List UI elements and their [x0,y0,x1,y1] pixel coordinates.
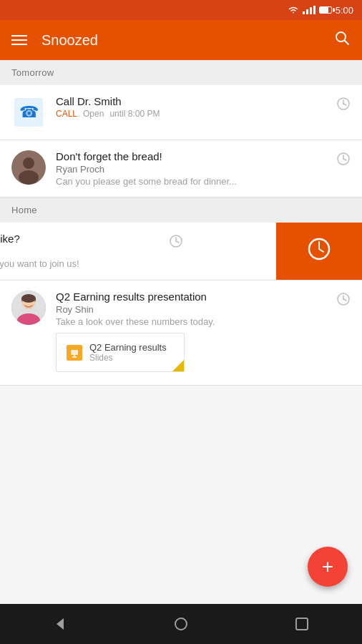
battery-icon [319,6,332,14]
hike-clock-icon [169,234,183,252]
q2-sender: Roy Shin [56,304,331,315]
app-bar: Snoozed [0,20,362,60]
svg-line-18 [176,241,179,243]
svg-rect-30 [71,350,78,355]
nav-home-button[interactable] [173,616,189,632]
svg-marker-33 [57,618,64,630]
nav-bar [0,604,362,644]
search-button[interactable] [333,29,351,51]
q2-body: Take a look over these numbers today. [56,316,331,327]
hike-body: happy to see that you want to join us! [0,258,265,269]
hike-item-container[interactable]: e you up for a hike? x Gawley happy to s… [0,223,362,280]
app-title: Snoozed [41,32,333,49]
svg-line-6 [343,104,346,105]
bread-body: Can you please get some bread for dinner… [56,176,331,187]
slides-icon [67,345,82,361]
nav-recent-button[interactable] [294,616,310,632]
attachment-fold [172,360,184,371]
attachment-type: Slides [89,353,167,363]
svg-point-24 [21,294,36,303]
q2-content: Q2 Earning results presentation Roy Shin… [56,291,331,327]
swipe-clock-icon [306,236,332,267]
bread-title: Don't forget the bread! [56,150,331,162]
menu-button[interactable] [11,35,27,45]
q2-item[interactable]: Q2 Earning results presentation Roy Shin… [0,280,362,386]
nav-back-button[interactable] [52,616,68,632]
wifi-icon [288,6,299,14]
call-icon: ☎ [11,95,46,130]
attachment-card[interactable]: Q2 Earning results Slides [56,333,185,372]
section-tomorrow: Tomorrow [0,60,362,85]
hike-item[interactable]: e you up for a hike? x Gawley happy to s… [0,223,276,280]
svg-point-8 [23,157,34,169]
hike-content: e you up for a hike? x Gawley happy to s… [0,233,265,269]
hike-title: e you up for a hike? [0,233,265,245]
svg-rect-35 [296,618,308,630]
svg-line-12 [343,159,346,160]
snooze-clock-icon [336,97,351,114]
call-smith-tags: CALL Open until 8:00 PM [56,109,331,119]
bread-clock-icon [336,152,351,170]
bread-content: Don't forget the bread! Ryan Proch Can y… [56,150,331,187]
call-smith-title: Call Dr. Smith [56,95,331,107]
attachment-info: Q2 Earning results Slides [89,342,167,363]
fab-button[interactable]: + [308,547,348,587]
svg-line-15 [319,249,323,252]
status-bar: 5:00 [0,0,362,20]
q2-clock-icon [336,292,351,310]
svg-point-9 [19,170,39,185]
signal-icon [303,6,315,14]
svg-line-1 [345,41,349,45]
svg-text:☎: ☎ [19,103,39,121]
svg-line-28 [343,299,346,301]
attachment-title: Q2 Earning results [89,342,167,353]
fab-plus-icon: + [322,557,333,577]
bread-sender: Ryan Proch [56,164,331,175]
status-time: 5:00 [336,5,353,16]
call-dr-smith-item[interactable]: ☎ Call Dr. Smith CALL Open until 8:00 PM [0,85,362,140]
call-time: until 8:00 PM [109,109,160,119]
call-tag: CALL [56,109,77,119]
section-home: Home [0,197,362,223]
q2-title: Q2 Earning results presentation [56,291,331,303]
swipe-snooze-action[interactable] [276,223,362,280]
roy-shin-avatar [11,291,46,325]
bread-item[interactable]: Don't forget the bread! Ryan Proch Can y… [0,140,362,197]
hike-sender: x Gawley [0,246,265,257]
ryan-proch-avatar [11,150,46,185]
call-smith-content: Call Dr. Smith CALL Open until 8:00 PM [56,95,331,119]
open-tag: Open [83,109,104,119]
status-icons: 5:00 [288,5,353,16]
svg-point-34 [175,618,187,630]
